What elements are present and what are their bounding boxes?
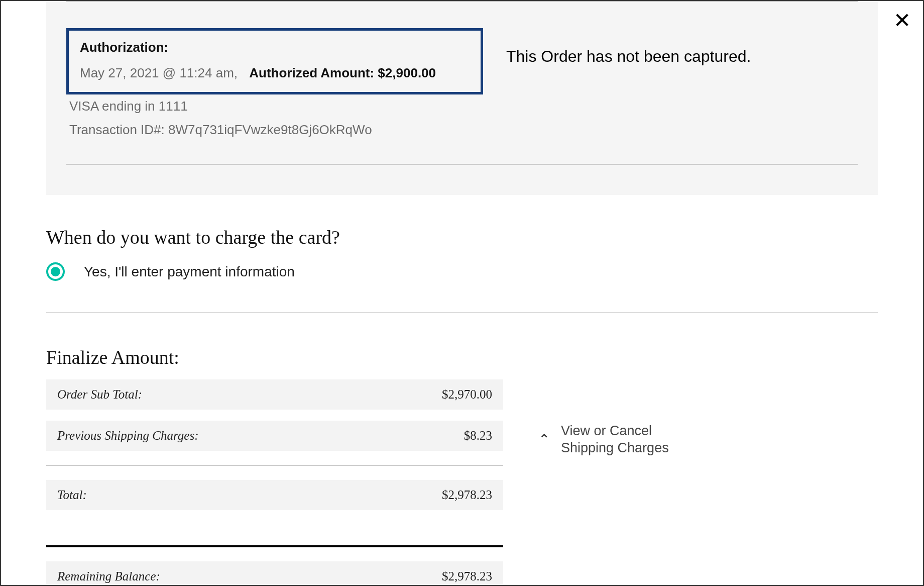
authorization-card: Authorization: May 27, 2021 @ 11:24 am, … — [46, 1, 878, 195]
total-value: $2,978.23 — [442, 488, 492, 502]
finalize-grid: Order Sub Total: $2,970.00 Previous Ship… — [46, 379, 878, 586]
close-button[interactable]: ✕ — [893, 10, 911, 31]
remaining-value: $2,978.23 — [442, 569, 492, 583]
charge-option-label: Yes, I'll enter payment information — [84, 264, 295, 280]
divider — [66, 1, 858, 2]
prev-shipping-value: $8.23 — [464, 429, 492, 443]
divider — [66, 164, 858, 165]
shipping-toggle[interactable]: ⌃ View or Cancel Shipping Charges — [538, 423, 676, 457]
shipping-toggle-label: View or Cancel Shipping Charges — [561, 423, 676, 457]
modal-content: Authorization: May 27, 2021 @ 11:24 am, … — [1, 1, 923, 586]
authorization-detail-line: May 27, 2021 @ 11:24 am, Authorized Amou… — [80, 65, 470, 81]
authorization-title: Authorization: — [80, 40, 470, 55]
close-icon: ✕ — [893, 9, 911, 32]
finalize-section: Finalize Amount: Order Sub Total: $2,970… — [46, 346, 878, 586]
charge-section: When do you want to charge the card? Yes… — [46, 226, 878, 313]
total-label: Total: — [57, 488, 87, 502]
finalize-heading: Finalize Amount: — [46, 346, 878, 368]
divider — [46, 465, 503, 466]
authorization-block: Authorization: May 27, 2021 @ 11:24 am, … — [66, 28, 483, 138]
modal-viewport: ✕ Authorization: May 27, 2021 @ 11:24 am… — [0, 0, 924, 586]
transaction-id: Transaction ID#: 8W7q731iqFVwzke9t8Gj6Ok… — [69, 122, 483, 138]
row-remaining: Remaining Balance: $2,978.23 — [46, 561, 503, 586]
authorized-amount: Authorized Amount: $2,900.00 — [249, 65, 436, 80]
divider-thick — [46, 545, 503, 547]
authorization-highlight-box: Authorization: May 27, 2021 @ 11:24 am, … — [66, 28, 483, 94]
row-subtotal: Order Sub Total: $2,970.00 — [46, 379, 503, 410]
radio-button[interactable] — [46, 262, 65, 281]
charge-heading: When do you want to charge the card? — [46, 226, 878, 248]
authorization-row: Authorization: May 27, 2021 @ 11:24 am, … — [66, 28, 858, 138]
authorization-datetime: May 27, 2021 @ 11:24 am, — [80, 65, 238, 80]
remaining-label: Remaining Balance: — [57, 569, 160, 583]
finalize-table: Order Sub Total: $2,970.00 Previous Ship… — [46, 379, 503, 586]
divider — [46, 312, 878, 313]
subtotal-value: $2,970.00 — [442, 387, 492, 402]
row-total: Total: $2,978.23 — [46, 480, 503, 510]
row-prev-shipping: Previous Shipping Charges: $8.23 — [46, 421, 503, 451]
charge-option-row[interactable]: Yes, I'll enter payment information — [46, 262, 878, 281]
subtotal-label: Order Sub Total: — [57, 387, 142, 402]
not-captured-message: This Order has not been captured. — [501, 28, 858, 66]
chevron-up-icon: ⌃ — [538, 433, 550, 447]
card-info: VISA ending in 1111 — [69, 99, 483, 114]
radio-selected-icon — [51, 267, 60, 276]
prev-shipping-label: Previous Shipping Charges: — [57, 429, 198, 443]
authorization-extra: VISA ending in 1111 Transaction ID#: 8W7… — [66, 99, 483, 138]
